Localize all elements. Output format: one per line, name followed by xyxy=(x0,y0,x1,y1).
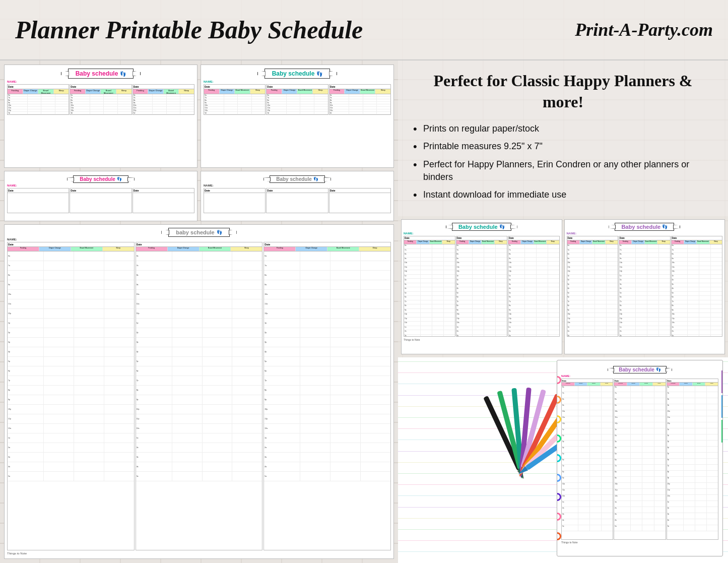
card5-footprint-icon: 👣 xyxy=(499,224,505,229)
card-pink-2: Baby schedule 👣 NAME: Date Date Date xyxy=(4,171,197,221)
card2-banner-text: Baby schedule xyxy=(272,70,315,77)
card-purple-preview: Baby schedule 👣 NAME: Date Feeding Diape… xyxy=(564,219,725,354)
card1-date-cols: Date Feeding Diaper Change Bowel Movemen… xyxy=(7,84,194,115)
ring-9 xyxy=(557,532,561,540)
date-col-3: Date Feeding Diaper Change Bowel Movemen… xyxy=(133,84,194,115)
feature-1: Prints on regular paper/stock xyxy=(413,122,713,135)
card5-name: NAME: xyxy=(404,232,560,235)
card1-name: NAME: xyxy=(7,80,194,83)
card2-name: NAME: xyxy=(204,80,391,83)
ring-2 xyxy=(557,396,561,404)
header: Planner Printable Baby Schedule Print-A-… xyxy=(0,0,728,60)
right-info: Perfect for Classic Happy Planners & mor… xyxy=(398,60,728,216)
card3-footprint-icon: 👣 xyxy=(117,177,122,181)
tagline: Perfect for Classic Happy Planners & mor… xyxy=(413,71,713,112)
card4-name: NAME: xyxy=(204,184,391,187)
card-pink-small: Baby schedule 👣 NAME: Date Feeding Diape… xyxy=(4,65,197,168)
card6-banner-text: Baby schedule xyxy=(621,224,660,230)
header-title: Planner Printable Baby Schedule xyxy=(15,15,363,44)
ring-3 xyxy=(557,415,561,423)
card-large-bottom: baby schedule 👣 NAME: Date Feeding Diape… xyxy=(4,224,394,559)
date-col-2: Date Feeding Diaper Change Bowel Movemen… xyxy=(70,84,131,115)
card-large-footprint-icon: 👣 xyxy=(217,230,222,235)
card-teal-preview: Baby schedule 👣 NAME: Date Feeding Diape… xyxy=(401,219,562,354)
photo-book-name: NAME: xyxy=(561,374,718,378)
feature-4: Instant download for immediate use xyxy=(413,189,713,201)
card-gray: Baby schedule 👣 NAME: Date Date Date xyxy=(201,171,394,221)
tab-february: FEBRUARY xyxy=(721,395,723,418)
card4-banner-text: Baby schedule xyxy=(276,176,312,182)
features-list: Prints on regular paper/stock Printable … xyxy=(413,122,713,201)
things-to-note-large: Things to Note xyxy=(7,552,391,555)
ring-8 xyxy=(557,513,561,521)
card-large-name: NAME: xyxy=(7,238,391,241)
tab-january: JANUARY xyxy=(721,370,723,393)
card1-banner-text: Baby schedule xyxy=(76,70,118,77)
ring-4 xyxy=(557,434,561,443)
photo-book-footprint-icon: 👣 xyxy=(656,367,661,372)
card6-name: NAME: xyxy=(567,232,723,235)
card2-date-cols: Date Feeding Diaper Change Bowel Movemen… xyxy=(204,84,391,115)
things-note-book: Things to Note xyxy=(561,541,718,544)
feature-2: Printable measures 9.25" x 7" xyxy=(413,140,713,153)
ring-1 xyxy=(557,376,561,384)
ring-6 xyxy=(557,474,561,482)
date-col-1: Date Feeding Diaper Change Bowel Movemen… xyxy=(7,84,69,115)
card3-name: NAME: xyxy=(7,184,194,187)
left-panel: Baby schedule 👣 NAME: Date Feeding Diape… xyxy=(0,60,398,563)
card3-banner-text: Baby schedule xyxy=(80,176,115,182)
ring-7 xyxy=(557,493,561,501)
large-date-cols: Date Feeding Diaper Change Bowel Movemen… xyxy=(7,242,391,550)
photo-book-banner: Baby schedule xyxy=(619,367,654,372)
card6-footprint-icon: 👣 xyxy=(662,224,668,229)
photo-area: JANUARY FEBRUARY MARCH Baby schedule 👣 N… xyxy=(398,357,728,563)
card4-footprint-icon: 👣 xyxy=(313,177,318,181)
feature-3: Perfect for Happy Planners, Erin Condren… xyxy=(413,158,713,183)
header-website: Print-A-Party.com xyxy=(575,19,713,40)
photo-book: JANUARY FEBRUARY MARCH Baby schedule 👣 N… xyxy=(557,360,723,556)
card-large-banner-text: baby schedule xyxy=(176,229,214,235)
card2-footprint-icon: 👣 xyxy=(316,71,322,77)
tabs: JANUARY FEBRUARY MARCH xyxy=(721,370,723,443)
card1-banner: Baby schedule 👣 xyxy=(7,69,194,79)
main-content: Baby schedule 👣 NAME: Date Feeding Diape… xyxy=(0,60,728,563)
top-row: Baby schedule 👣 NAME: Date Feeding Diape… xyxy=(4,65,394,168)
ring-5 xyxy=(557,454,561,462)
card1-footprint-icon: 👣 xyxy=(120,71,126,77)
right-panel: Perfect for Classic Happy Planners & mor… xyxy=(398,60,728,563)
card5-banner-text: Baby schedule xyxy=(458,224,498,230)
right-preview-cards: Baby schedule 👣 NAME: Date Feeding Diape… xyxy=(398,216,728,357)
rings xyxy=(557,370,561,546)
things-note-teal: Things to Note xyxy=(404,338,560,341)
tab-march: MARCH xyxy=(721,420,723,443)
card2-banner: Baby schedule 👣 xyxy=(204,69,391,79)
second-row: Baby schedule 👣 NAME: Date Date Date xyxy=(4,171,394,221)
card-teal-small: Baby schedule 👣 NAME: Date Feeding Diape… xyxy=(201,65,394,168)
